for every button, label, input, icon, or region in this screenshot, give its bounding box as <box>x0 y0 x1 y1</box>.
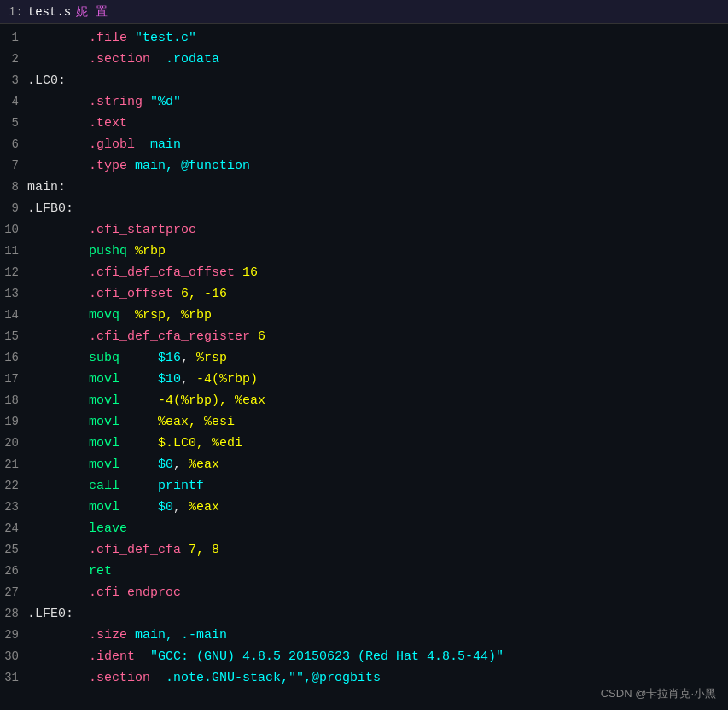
code-line: 27 .cfi_endproc <box>0 582 728 603</box>
code-line: 21 movl $0, %eax <box>0 454 728 475</box>
line-number: 16 <box>0 351 27 364</box>
token <box>27 137 89 152</box>
code-line: 13 .cfi_offset 6, -16 <box>0 283 728 305</box>
token <box>135 649 150 664</box>
line-content: .cfi_def_cfa 7, 8 <box>27 539 728 561</box>
token: %eax, %esi <box>158 415 235 429</box>
line-number: 11 <box>0 244 27 258</box>
token: ret <box>89 564 112 579</box>
line-content: main: <box>27 177 728 198</box>
token: main, .-main <box>135 628 227 643</box>
line-number: 18 <box>0 393 27 407</box>
token: 6, -16 <box>181 287 227 301</box>
token <box>127 244 135 259</box>
token <box>27 393 89 408</box>
line-number: 14 <box>0 308 27 322</box>
token: : <box>58 73 66 88</box>
token <box>119 372 158 387</box>
line-content: .string "%d" <box>27 91 728 113</box>
token: %eax <box>189 500 219 515</box>
line-content: .cfi_def_cfa_register 6 <box>27 326 728 347</box>
token: .section <box>89 671 150 685</box>
token: movl <box>89 372 119 387</box>
line-content: .file "test.c" <box>27 27 728 49</box>
token: movl <box>89 415 119 429</box>
code-line: 18 movl -4(%rbp), %eax <box>0 390 728 411</box>
line-content: movl $0, %eax <box>27 454 728 475</box>
token: , <box>173 500 189 515</box>
line-number: 15 <box>0 329 27 343</box>
token <box>135 137 150 152</box>
token <box>119 393 158 408</box>
token: .LFB0 <box>27 201 66 216</box>
line-content: movl $0, %eax <box>27 497 728 518</box>
line-number: 17 <box>0 372 27 386</box>
token: %rsp <box>196 351 227 365</box>
line-content: .type main, @function <box>27 155 728 177</box>
line-number: 21 <box>0 457 27 471</box>
code-line: 26 ret <box>0 561 728 582</box>
token: .note.GNU-stack,"",@progbits <box>166 671 381 685</box>
token: .LFE0 <box>27 607 66 621</box>
token <box>150 671 166 685</box>
token: call <box>89 479 119 493</box>
token <box>27 372 89 387</box>
code-line: 23 movl $0, %eax <box>0 497 728 518</box>
title-filename: test.s <box>28 5 71 19</box>
line-content: .section .rodata <box>27 49 728 70</box>
line-number: 28 <box>0 607 27 620</box>
line-content: pushq %rbp <box>27 241 728 262</box>
code-line: 22 call printf <box>0 475 728 497</box>
token <box>127 31 135 45</box>
line-content: movl %eax, %esi <box>27 411 728 433</box>
line-content: .LFB0: <box>27 198 728 219</box>
code-line: 20 movl $.LC0, %edi <box>0 433 728 454</box>
line-number: 26 <box>0 564 27 578</box>
token: .text <box>89 116 127 131</box>
line-content: subq $16, %rsp <box>27 347 728 369</box>
token: leave <box>89 521 127 536</box>
token: 6 <box>258 329 265 344</box>
line-number: 30 <box>0 649 27 663</box>
token: -4(%rbp), %eax <box>158 393 265 408</box>
token: "GCC: (GNU) 4.8.5 20150623 (Red Hat 4.8.… <box>150 649 504 664</box>
token <box>27 116 89 131</box>
token <box>27 543 89 557</box>
token <box>27 159 89 173</box>
code-line: 29 .size main, .-main <box>0 625 728 646</box>
code-line: 19 movl %eax, %esi <box>0 411 728 433</box>
title-bar: 1: test.s 妮 置 <box>0 0 728 24</box>
token <box>27 31 89 45</box>
line-number: 2 <box>0 52 27 66</box>
line-content: .LFE0: <box>27 603 728 625</box>
token: movq <box>89 308 119 323</box>
line-number: 25 <box>0 543 27 556</box>
code-line: 12 .cfi_def_cfa_offset 16 <box>0 262 728 283</box>
token: .globl <box>89 137 135 152</box>
code-line: 25 .cfi_def_cfa 7, 8 <box>0 539 728 561</box>
token: .cfi_def_cfa_register <box>89 329 250 344</box>
code-line: 4 .string "%d" <box>0 91 728 113</box>
code-line: 9.LFB0: <box>0 198 728 219</box>
line-content: .globl main <box>27 134 728 155</box>
code-line: 14 movq %rsp, %rbp <box>0 305 728 326</box>
token: .type <box>89 159 127 173</box>
token <box>119 479 158 493</box>
line-number: 3 <box>0 73 27 87</box>
token <box>27 265 89 280</box>
code-line: 28.LFE0: <box>0 603 728 625</box>
token: 16 <box>242 265 258 280</box>
token: : <box>58 180 66 195</box>
token <box>27 95 89 109</box>
token: main, @function <box>135 159 250 173</box>
token: $0 <box>158 457 173 472</box>
token <box>235 265 242 280</box>
code-line: 30 .ident "GCC: (GNU) 4.8.5 20150623 (Re… <box>0 646 728 667</box>
line-content: .cfi_startproc <box>27 219 728 241</box>
line-number: 23 <box>0 500 27 514</box>
line-number: 10 <box>0 223 27 236</box>
token: movl <box>89 457 119 472</box>
token: printf <box>158 479 204 493</box>
line-number: 13 <box>0 287 27 300</box>
code-line: 7 .type main, @function <box>0 155 728 177</box>
